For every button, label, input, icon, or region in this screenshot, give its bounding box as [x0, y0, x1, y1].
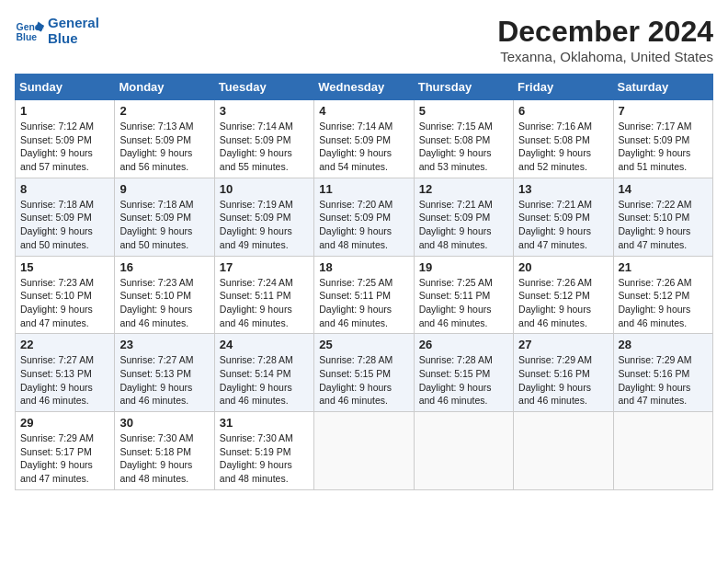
calendar-cell: 29Sunrise: 7:29 AMSunset: 5:17 PMDayligh…	[16, 412, 115, 490]
header: General Blue General Blue December 2024 …	[15, 15, 713, 64]
logo-line1: General	[48, 15, 99, 30]
day-info: Sunrise: 7:27 AMSunset: 5:13 PMDaylight:…	[119, 353, 209, 408]
day-number: 16	[119, 260, 209, 274]
day-number: 26	[419, 338, 508, 351]
calendar-cell: 1Sunrise: 7:12 AMSunset: 5:09 PMDaylight…	[16, 100, 115, 178]
calendar-week-3: 15Sunrise: 7:23 AMSunset: 5:10 PMDayligh…	[16, 256, 713, 334]
day-info: Sunrise: 7:15 AMSunset: 5:08 PMDaylight:…	[419, 120, 508, 174]
day-info: Sunrise: 7:26 AMSunset: 5:12 PMDaylight:…	[518, 276, 608, 330]
day-number: 13	[518, 182, 608, 196]
day-number: 14	[619, 182, 708, 196]
weekday-header-saturday: Saturday	[613, 75, 712, 100]
calendar-cell: 17Sunrise: 7:24 AMSunset: 5:11 PMDayligh…	[214, 256, 313, 334]
day-number: 10	[220, 182, 309, 196]
day-info: Sunrise: 7:29 AMSunset: 5:16 PMDaylight:…	[619, 353, 708, 408]
day-number: 18	[319, 260, 408, 274]
day-info: Sunrise: 7:27 AMSunset: 5:13 PMDaylight:…	[20, 353, 109, 408]
day-info: Sunrise: 7:19 AMSunset: 5:09 PMDaylight:…	[220, 198, 309, 252]
day-info: Sunrise: 7:23 AMSunset: 5:10 PMDaylight:…	[20, 276, 109, 330]
day-info: Sunrise: 7:26 AMSunset: 5:12 PMDaylight:…	[619, 276, 708, 330]
calendar-cell: 6Sunrise: 7:16 AMSunset: 5:08 PMDaylight…	[514, 100, 613, 178]
day-info: Sunrise: 7:25 AMSunset: 5:11 PMDaylight:…	[419, 276, 508, 330]
calendar-cell: 8Sunrise: 7:18 AMSunset: 5:09 PMDaylight…	[16, 178, 115, 256]
day-info: Sunrise: 7:18 AMSunset: 5:09 PMDaylight:…	[119, 198, 209, 252]
day-number: 6	[518, 104, 608, 118]
calendar-cell: 13Sunrise: 7:21 AMSunset: 5:09 PMDayligh…	[514, 178, 613, 256]
day-number: 12	[419, 182, 508, 196]
day-info: Sunrise: 7:22 AMSunset: 5:10 PMDaylight:…	[619, 198, 708, 252]
day-info: Sunrise: 7:14 AMSunset: 5:09 PMDaylight:…	[319, 120, 408, 174]
day-number: 11	[319, 182, 408, 196]
day-info: Sunrise: 7:30 AMSunset: 5:18 PMDaylight:…	[119, 431, 209, 486]
day-info: Sunrise: 7:12 AMSunset: 5:09 PMDaylight:…	[20, 120, 109, 174]
day-number: 23	[119, 338, 209, 351]
calendar-cell: 15Sunrise: 7:23 AMSunset: 5:10 PMDayligh…	[16, 256, 115, 334]
calendar-cell: 23Sunrise: 7:27 AMSunset: 5:13 PMDayligh…	[115, 334, 214, 412]
day-info: Sunrise: 7:21 AMSunset: 5:09 PMDaylight:…	[419, 198, 508, 252]
logo-icon: General Blue	[15, 16, 44, 45]
day-number: 17	[220, 260, 309, 274]
calendar-cell: 27Sunrise: 7:29 AMSunset: 5:16 PMDayligh…	[514, 334, 613, 412]
day-number: 25	[319, 338, 408, 351]
calendar-cell: 21Sunrise: 7:26 AMSunset: 5:12 PMDayligh…	[613, 256, 712, 334]
day-info: Sunrise: 7:25 AMSunset: 5:11 PMDaylight:…	[319, 276, 408, 330]
title-area: December 2024 Texanna, Oklahoma, United …	[497, 15, 713, 64]
day-number: 9	[119, 182, 209, 196]
day-number: 4	[319, 104, 408, 118]
day-info: Sunrise: 7:17 AMSunset: 5:09 PMDaylight:…	[619, 120, 708, 174]
calendar-cell: 11Sunrise: 7:20 AMSunset: 5:09 PMDayligh…	[314, 178, 414, 256]
calendar-table: SundayMondayTuesdayWednesdayThursdayFrid…	[15, 74, 713, 490]
day-number: 28	[619, 338, 708, 351]
calendar-cell	[314, 412, 414, 490]
day-info: Sunrise: 7:23 AMSunset: 5:10 PMDaylight:…	[119, 276, 209, 330]
calendar-cell: 2Sunrise: 7:13 AMSunset: 5:09 PMDaylight…	[115, 100, 214, 178]
day-info: Sunrise: 7:29 AMSunset: 5:16 PMDaylight:…	[518, 353, 608, 408]
weekday-header-wednesday: Wednesday	[314, 75, 414, 100]
calendar-cell: 7Sunrise: 7:17 AMSunset: 5:09 PMDaylight…	[613, 100, 712, 178]
day-info: Sunrise: 7:21 AMSunset: 5:09 PMDaylight:…	[518, 198, 608, 252]
day-info: Sunrise: 7:28 AMSunset: 5:15 PMDaylight:…	[419, 353, 508, 408]
day-info: Sunrise: 7:14 AMSunset: 5:09 PMDaylight:…	[220, 120, 309, 174]
day-number: 24	[220, 338, 309, 351]
day-number: 22	[20, 338, 109, 351]
calendar-cell: 10Sunrise: 7:19 AMSunset: 5:09 PMDayligh…	[214, 178, 313, 256]
day-info: Sunrise: 7:28 AMSunset: 5:15 PMDaylight:…	[319, 353, 408, 408]
day-number: 19	[419, 260, 508, 274]
day-number: 1	[20, 104, 109, 118]
day-info: Sunrise: 7:29 AMSunset: 5:17 PMDaylight:…	[20, 431, 109, 486]
day-info: Sunrise: 7:13 AMSunset: 5:09 PMDaylight:…	[119, 120, 209, 174]
page-subtitle: Texanna, Oklahoma, United States	[497, 49, 713, 64]
day-number: 5	[419, 104, 508, 118]
calendar-header-row: SundayMondayTuesdayWednesdayThursdayFrid…	[16, 75, 713, 100]
calendar-cell: 12Sunrise: 7:21 AMSunset: 5:09 PMDayligh…	[414, 178, 513, 256]
calendar-cell: 14Sunrise: 7:22 AMSunset: 5:10 PMDayligh…	[613, 178, 712, 256]
page-title: December 2024	[497, 15, 713, 49]
weekday-header-sunday: Sunday	[16, 75, 115, 100]
day-number: 21	[619, 260, 708, 274]
calendar-cell: 28Sunrise: 7:29 AMSunset: 5:16 PMDayligh…	[613, 334, 712, 412]
calendar-cell: 18Sunrise: 7:25 AMSunset: 5:11 PMDayligh…	[314, 256, 414, 334]
calendar-cell: 24Sunrise: 7:28 AMSunset: 5:14 PMDayligh…	[214, 334, 313, 412]
calendar-cell: 16Sunrise: 7:23 AMSunset: 5:10 PMDayligh…	[115, 256, 214, 334]
calendar-cell: 31Sunrise: 7:30 AMSunset: 5:19 PMDayligh…	[214, 412, 313, 490]
day-number: 30	[119, 416, 209, 430]
calendar-week-2: 8Sunrise: 7:18 AMSunset: 5:09 PMDaylight…	[16, 178, 713, 256]
logo-line2: Blue	[48, 30, 99, 46]
calendar-week-1: 1Sunrise: 7:12 AMSunset: 5:09 PMDaylight…	[16, 100, 713, 178]
day-number: 15	[20, 260, 109, 274]
logo: General Blue General Blue	[15, 15, 99, 46]
calendar-cell: 22Sunrise: 7:27 AMSunset: 5:13 PMDayligh…	[16, 334, 115, 412]
day-number: 31	[220, 416, 309, 430]
day-number: 3	[220, 104, 309, 118]
calendar-cell: 9Sunrise: 7:18 AMSunset: 5:09 PMDaylight…	[115, 178, 214, 256]
day-number: 27	[518, 338, 608, 351]
weekday-header-tuesday: Tuesday	[214, 75, 313, 100]
calendar-body: 1Sunrise: 7:12 AMSunset: 5:09 PMDaylight…	[16, 100, 713, 490]
svg-text:Blue: Blue	[17, 32, 38, 42]
day-info: Sunrise: 7:16 AMSunset: 5:08 PMDaylight:…	[518, 120, 608, 174]
calendar-cell: 26Sunrise: 7:28 AMSunset: 5:15 PMDayligh…	[414, 334, 513, 412]
calendar-cell	[414, 412, 513, 490]
calendar-cell	[514, 412, 613, 490]
day-info: Sunrise: 7:24 AMSunset: 5:11 PMDaylight:…	[220, 276, 309, 330]
calendar-cell: 5Sunrise: 7:15 AMSunset: 5:08 PMDaylight…	[414, 100, 513, 178]
